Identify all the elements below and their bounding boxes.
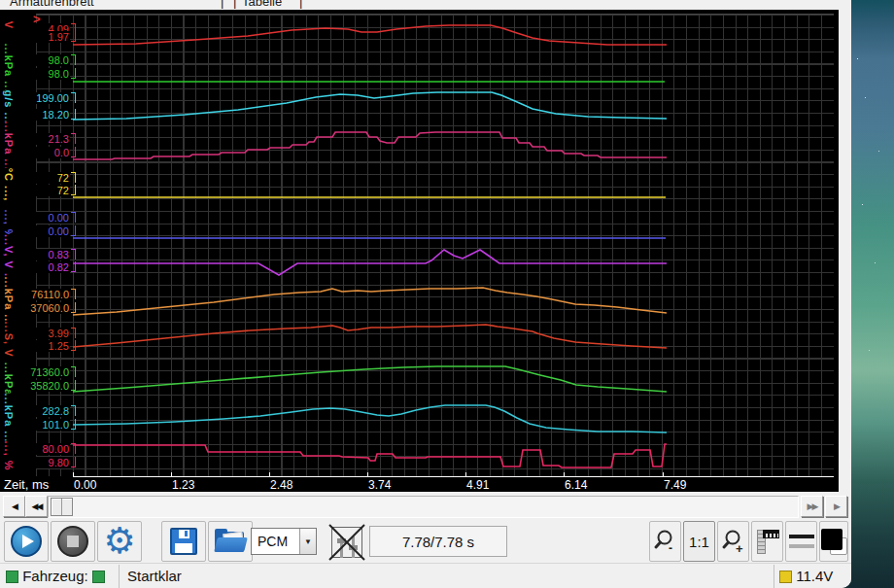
background-color-button[interactable] <box>819 521 848 562</box>
channel-max-value: 76110.0 <box>19 289 70 300</box>
save-floppy-icon <box>170 528 197 555</box>
x-tick-mark <box>73 472 74 477</box>
channel-min-value: 1.97 <box>19 31 70 43</box>
x-tick-mark <box>171 472 172 477</box>
zoom-reset-button[interactable]: 1:1 <box>683 521 715 562</box>
channel-unit-label: °C ..., <box>2 168 16 202</box>
channel-max-value: 0.00 <box>19 212 70 224</box>
channel-max-value: 21.3 <box>19 133 70 145</box>
value-bracket-bottom <box>71 147 76 157</box>
save-button[interactable] <box>161 521 206 562</box>
value-bracket-bottom <box>71 185 76 195</box>
voltage-value: 11.4V <box>796 568 833 584</box>
x-tick-mark <box>564 472 565 477</box>
value-bracket-bottom <box>71 340 76 351</box>
value-bracket-bottom <box>71 380 76 391</box>
tab-armaturenbrett[interactable]: Armaturenbrett <box>10 0 94 9</box>
channel-unit-label: g/s ... <box>2 89 16 123</box>
channel-min-value: 72 <box>19 185 70 196</box>
channel-min-value: 0.0 <box>19 147 70 158</box>
x-tick-mark <box>367 472 368 477</box>
cross-out-icon <box>327 523 366 562</box>
svg-text:-: - <box>669 541 672 555</box>
ruler-icon <box>755 528 780 555</box>
stop-icon <box>57 526 88 557</box>
tab-separator: | <box>233 0 236 9</box>
channel-max-value: 3.99 <box>19 328 70 339</box>
settings-button[interactable]: ⚙ <box>97 521 142 562</box>
vehicle-status-icon <box>6 571 18 583</box>
channel-max-value: 80.00 <box>19 443 70 455</box>
channel-max-value: 98.0 <box>19 54 70 66</box>
chart-area[interactable]: > Zeit, ms 0.001.232.483.744.916.147.49 … <box>0 10 839 492</box>
tab-bar: Armaturenbrett | | Tabelle | <box>0 0 851 10</box>
chevron-down-icon[interactable]: ▼ <box>299 529 316 554</box>
x-tick-label: 2.48 <box>270 478 292 492</box>
app-window: Armaturenbrett | | Tabelle | > Zeit, ms … <box>0 0 851 588</box>
open-button[interactable] <box>208 521 253 562</box>
channel-unit-label: ...kPa ... <box>2 121 16 171</box>
connection-status-icon <box>92 571 105 583</box>
scroll-page-right-button[interactable]: ▶▶ <box>801 496 823 517</box>
value-bracket-top <box>71 212 76 223</box>
zoom-in-button[interactable]: + <box>717 521 749 562</box>
zoom-out-button[interactable]: - <box>649 521 681 562</box>
x-tick-label: 7.49 <box>664 478 686 492</box>
channel-max-value: 282.8 <box>19 405 70 417</box>
channel-min-value: 98.0 <box>19 68 70 80</box>
channel-min-value: 37060.0 <box>19 302 70 314</box>
value-bracket-bottom <box>71 457 76 467</box>
vehicle-label: Fahrzeug: <box>22 568 88 584</box>
value-bracket-bottom <box>71 225 76 236</box>
scroll-step-left-button[interactable]: ◀ <box>3 496 25 517</box>
zoom-reset-label: 1:1 <box>689 534 709 550</box>
scroll-page-left-button[interactable]: ◀◀ <box>25 496 48 517</box>
channel-unit-label: ...kPa <box>2 363 16 397</box>
value-bracket-bottom <box>71 419 76 430</box>
scrollbar-track[interactable] <box>48 496 799 518</box>
module-select-value: PCM <box>252 529 299 554</box>
value-bracket-bottom <box>71 31 76 42</box>
stop-button[interactable] <box>51 521 95 562</box>
value-bracket-top <box>71 405 76 416</box>
ready-status-text: Startklar <box>127 568 182 584</box>
channel-unit-label: ..., % <box>2 440 16 470</box>
module-select[interactable]: PCM ▼ <box>251 528 317 555</box>
x-tick-label: 3.74 <box>368 478 391 492</box>
value-bracket-top <box>71 92 76 103</box>
time-scrollbar: ◀ ◀◀ ▶▶ ▶ <box>0 495 851 520</box>
play-button[interactable] <box>4 521 49 562</box>
value-bracket-top <box>71 289 76 299</box>
battery-voltage: 11.4V <box>774 565 848 588</box>
signal-mixer-disabled-button[interactable] <box>327 523 366 562</box>
channel-min-value: 1.25 <box>19 340 70 352</box>
zoom-in-icon: + <box>720 528 747 555</box>
scrollbar-thumb[interactable] <box>51 498 73 516</box>
cursor-lines-button[interactable] <box>785 521 817 562</box>
scroll-step-right-button[interactable]: ▶ <box>825 496 847 517</box>
x-axis-label: Zeit, ms <box>4 477 49 492</box>
channel-min-value: 0.00 <box>19 225 70 237</box>
value-bracket-top <box>71 328 76 338</box>
status-bar: Fahrzeug: Startklar 11.4V <box>0 563 851 588</box>
open-folder-icon <box>215 529 246 554</box>
channel-unit-label: V <box>2 21 16 29</box>
channel-unit-label: ...kPa ... <box>2 394 16 443</box>
value-bracket-bottom <box>71 109 76 120</box>
channel-min-value: 0.82 <box>19 261 70 273</box>
x-tick-label: 0.00 <box>74 478 96 492</box>
ruler-button[interactable] <box>751 521 783 562</box>
value-bracket-top <box>71 133 76 144</box>
x-tick-label: 6.14 <box>565 478 587 492</box>
value-bracket-top <box>71 249 76 259</box>
value-bracket-top <box>71 54 76 65</box>
x-tick-mark <box>269 472 270 477</box>
tab-tabelle[interactable]: Tabelle <box>242 0 282 9</box>
value-bracket-bottom <box>71 302 76 313</box>
voltage-status-icon <box>779 571 792 583</box>
wallpaper-stars <box>857 58 858 59</box>
channel-unit-label: ...kPa ... <box>2 277 16 327</box>
vehicle-status: Fahrzeug: <box>6 568 105 584</box>
lines-icon <box>789 535 814 548</box>
value-bracket-top <box>71 443 76 454</box>
